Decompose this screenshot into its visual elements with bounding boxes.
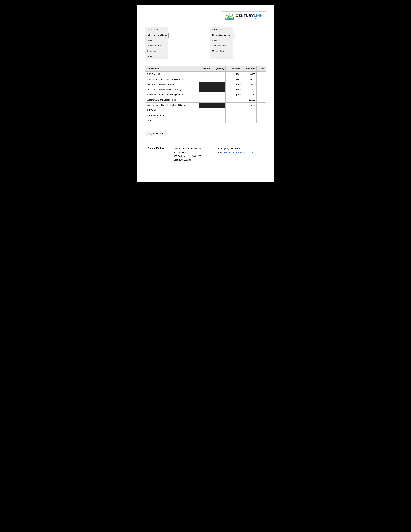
label-empty bbox=[211, 54, 233, 59]
td-tax-standard bbox=[242, 113, 256, 118]
td-addl-inet-total[interactable] bbox=[256, 92, 266, 97]
label-email-right: Email bbox=[211, 38, 233, 43]
logo-century: CENTURYLINK bbox=[236, 14, 263, 18]
value-email-left[interactable] bbox=[168, 54, 200, 59]
value-event-name[interactable] bbox=[168, 28, 200, 33]
td-tax-discount bbox=[225, 113, 242, 118]
td-ssid-booth[interactable] bbox=[199, 97, 212, 103]
table-row-tax: WA State Tax 9.5% bbox=[145, 113, 266, 118]
value-contact-address[interactable] bbox=[168, 43, 200, 48]
mail-email-label: Email: bbox=[217, 151, 223, 153]
mail-address-line4: Seattle, WA 98134 bbox=[174, 159, 191, 161]
td-inet-hard-discount: $400 bbox=[225, 82, 242, 87]
td-tax-total[interactable] bbox=[256, 113, 266, 118]
td-tax-booth[interactable] bbox=[199, 113, 212, 118]
td-isdn-booth[interactable] bbox=[199, 72, 212, 77]
td-subtotal-total[interactable] bbox=[256, 108, 266, 113]
td-inet-hard-booth bbox=[199, 82, 212, 87]
value-telephone[interactable] bbox=[168, 49, 200, 54]
td-isdn-total[interactable] bbox=[256, 72, 266, 77]
td-voice-booth[interactable] bbox=[199, 77, 212, 82]
td-inet-hard-standard: $500 bbox=[242, 82, 256, 87]
td-misc-standard: Email bbox=[242, 103, 256, 108]
td-total-total[interactable] bbox=[256, 118, 266, 123]
td-inet-10mb-discount: $900 bbox=[225, 87, 242, 92]
td-addl-inet-standard: $150 bbox=[242, 92, 256, 97]
value-mobile[interactable] bbox=[233, 49, 266, 54]
td-misc-total[interactable] bbox=[256, 103, 266, 108]
td-subtotal-standard bbox=[242, 108, 256, 113]
td-total-standard bbox=[242, 118, 256, 123]
td-total-qty[interactable] bbox=[212, 118, 226, 123]
label-booth: Booth # bbox=[145, 38, 168, 43]
form-grid: Event Name Exhibiting Firm Name Booth # … bbox=[145, 27, 266, 59]
mail-address-line1: CenturyLink Field Event Center bbox=[174, 147, 203, 150]
page: CENTURYLINK FIELD Event Name Exhibiting … bbox=[137, 5, 274, 182]
td-misc-booth bbox=[199, 103, 212, 108]
td-ssid-discount bbox=[225, 97, 242, 103]
value-booth[interactable] bbox=[168, 38, 200, 43]
td-addl-inet-booth[interactable] bbox=[199, 92, 212, 97]
form-row-booth: Booth # bbox=[145, 38, 201, 43]
mail-address-line3: 800 Occidental Ave Suite 200 bbox=[174, 155, 201, 157]
th-booth: Booth # bbox=[199, 66, 212, 72]
table-row: Custom SSID and Splash Page $2,500 bbox=[145, 97, 266, 103]
td-subtotal-qty[interactable] bbox=[212, 108, 226, 113]
td-inet-10mb-item: Internet Connection (10MB hard line) bbox=[145, 87, 199, 92]
form-row-event-name: Event Name bbox=[145, 27, 201, 33]
mail-address: CenturyLink Field Event Center Attn: Sta… bbox=[171, 144, 214, 164]
payment-options-box: Payment Options bbox=[145, 131, 168, 136]
label-contact-address: Contact Address bbox=[145, 43, 168, 48]
td-addl-inet-qty[interactable] bbox=[212, 92, 226, 97]
td-voice-total[interactable] bbox=[256, 77, 266, 82]
td-misc-discount bbox=[225, 103, 242, 108]
td-subtotal-booth[interactable] bbox=[199, 108, 212, 113]
form-row-telephone: Telephone bbox=[145, 48, 201, 54]
value-authorized-by[interactable] bbox=[235, 33, 266, 38]
td-isdn-qty[interactable] bbox=[212, 72, 226, 77]
td-tax-qty[interactable] bbox=[212, 113, 226, 118]
th-standard: Standard bbox=[242, 66, 256, 72]
value-firm-name[interactable] bbox=[168, 33, 200, 38]
logo-text: CENTURYLINK FIELD bbox=[236, 14, 263, 20]
form-row-city-state: City, State, Zip bbox=[210, 43, 266, 49]
mail-row: Please Mail to CenturyLink Field Event C… bbox=[145, 144, 266, 164]
mail-label: Please Mail to bbox=[145, 144, 171, 164]
td-total-booth[interactable] bbox=[199, 118, 212, 123]
td-inet-10mb-qty bbox=[212, 87, 226, 92]
td-inet-10mb-total[interactable] bbox=[256, 87, 266, 92]
th-discount: Discount** bbox=[225, 66, 242, 72]
td-subtotal-label: Sub Total bbox=[145, 108, 199, 113]
form-row-authorized-by: Ordered/Authorized By bbox=[210, 33, 266, 38]
td-inet-hard-item: Internet Connection (Hard line) bbox=[145, 82, 199, 87]
form-row-mobile: Mobile Phone bbox=[210, 48, 266, 54]
value-event-date[interactable] bbox=[233, 28, 266, 33]
form-row-contact-address: Contact Address bbox=[145, 43, 201, 49]
label-event-date: Event Date bbox=[211, 28, 233, 33]
value-email-right[interactable] bbox=[233, 38, 266, 43]
label-firm-name: Exhibiting Firm Name bbox=[145, 33, 168, 38]
value-empty[interactable] bbox=[233, 54, 266, 59]
td-inet-hard-total[interactable] bbox=[256, 82, 266, 87]
td-ssid-total[interactable] bbox=[256, 97, 266, 103]
th-quantity: Quantity bbox=[212, 66, 226, 72]
label-email-left: Email bbox=[145, 54, 168, 59]
th-service-item: Service Item bbox=[145, 66, 199, 72]
table-row-total: Total bbox=[145, 118, 266, 123]
td-ssid-qty[interactable] bbox=[212, 97, 226, 103]
td-voice-qty[interactable] bbox=[212, 77, 226, 82]
td-misc-qty bbox=[212, 103, 226, 108]
value-city-state[interactable] bbox=[233, 43, 266, 48]
form-row-event-date: Event Date bbox=[210, 27, 266, 33]
td-total-discount bbox=[225, 118, 242, 123]
table-header-row: Service Item Booth # Quantity Discount**… bbox=[145, 66, 266, 72]
td-isdn-discount: $300 bbox=[225, 72, 242, 77]
form-row-empty bbox=[210, 54, 266, 59]
td-inet-hard-qty bbox=[212, 82, 226, 87]
td-isdn-item: ISDN Radio Line bbox=[145, 72, 199, 77]
th-total: Total bbox=[256, 66, 266, 72]
mail-email-link[interactable]: StadiumIT@SeahawksFGI.com bbox=[223, 151, 252, 153]
table-row: Misc. Services (Static IP, Technical Sup… bbox=[145, 103, 266, 108]
form-row-email-right: Email bbox=[210, 38, 266, 43]
logo-field: FIELD bbox=[236, 18, 263, 20]
